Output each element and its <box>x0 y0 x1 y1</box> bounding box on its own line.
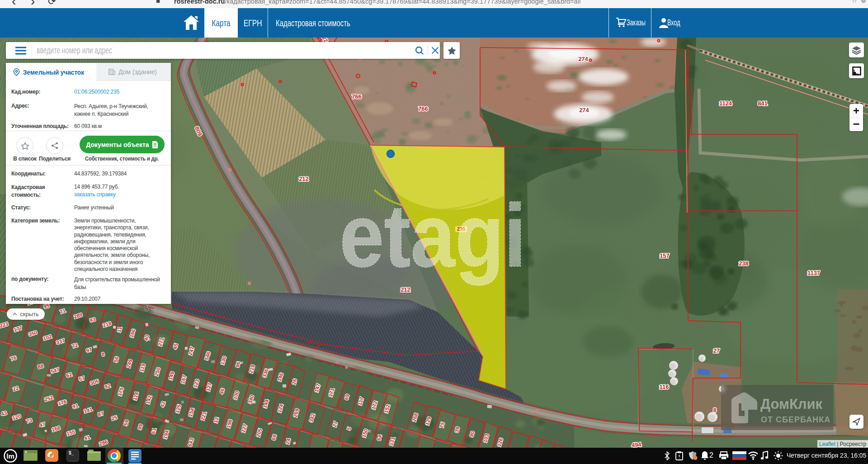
svg-text:lm: lm <box>6 452 14 460</box>
svg-text:etagi: etagi <box>340 186 526 285</box>
